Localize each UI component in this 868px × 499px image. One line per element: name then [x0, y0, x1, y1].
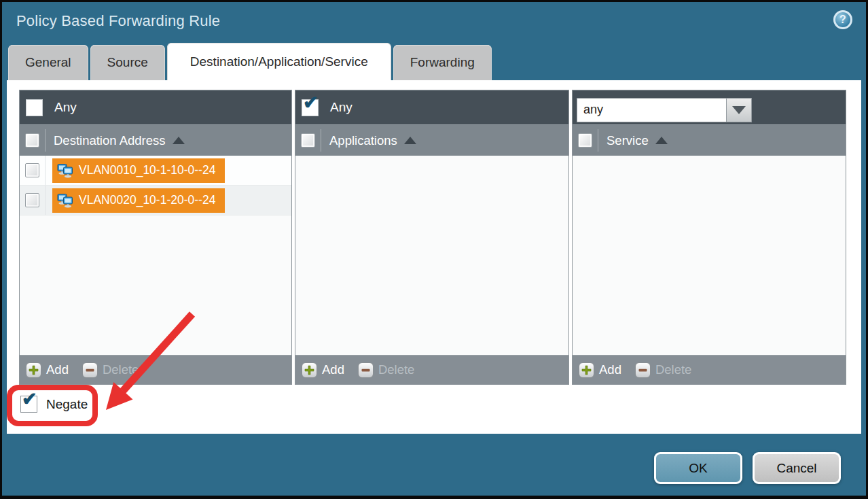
address-object-name: VLAN0020_10-1-20-0--24 — [79, 193, 215, 207]
service-dropdown-value[interactable]: any — [577, 98, 727, 122]
applications-column-header[interactable]: Applications — [329, 133, 416, 148]
plus-icon — [579, 362, 594, 378]
network-address-icon — [57, 193, 73, 208]
destination-select-all-checkbox[interactable] — [25, 133, 39, 148]
destination-any-checkbox[interactable] — [26, 99, 43, 116]
address-object[interactable]: VLAN0020_10-1-20-0--24 — [52, 188, 225, 213]
destination-footer: Add Delete — [20, 355, 291, 384]
row-checkbox[interactable] — [25, 163, 39, 177]
service-panel: any Service Add — [572, 90, 846, 385]
minus-icon — [358, 362, 374, 378]
minus-icon — [82, 362, 98, 378]
applications-any-bar: Any — [295, 90, 568, 124]
sort-ascending-icon — [404, 137, 416, 144]
plus-icon — [302, 362, 317, 378]
service-select-all-checkbox[interactable] — [578, 133, 592, 148]
delete-button[interactable]: Delete — [358, 362, 414, 378]
destination-list: VLAN0010_10-1-10-0--24 — [20, 156, 291, 355]
service-dropdown-button[interactable] — [727, 98, 752, 122]
header-separator — [45, 129, 46, 152]
destination-header-row: Destination Address — [20, 124, 291, 156]
sort-ascending-icon — [655, 137, 668, 144]
add-button[interactable]: Add — [302, 362, 344, 378]
service-any-bar: any — [573, 90, 846, 124]
address-object-name: VLAN0010_10-1-10-0--24 — [79, 163, 215, 177]
applications-footer: Add Delete — [295, 355, 568, 384]
applications-header-row: Applications — [295, 124, 568, 156]
service-header-row: Service — [573, 124, 846, 156]
address-object[interactable]: VLAN0010_10-1-10-0--24 — [52, 158, 225, 183]
help-icon[interactable]: ? — [833, 10, 852, 29]
destination-any-label: Any — [54, 100, 77, 115]
service-column-header[interactable]: Service — [607, 133, 668, 148]
service-footer: Add Delete — [573, 355, 846, 384]
add-button[interactable]: Add — [26, 362, 69, 378]
service-dropdown: any — [577, 98, 752, 122]
delete-button[interactable]: Delete — [635, 362, 691, 378]
applications-any-label: Any — [330, 100, 352, 115]
applications-panel: Any Applications Add Delete — [295, 90, 569, 385]
delete-button[interactable]: Delete — [82, 362, 139, 378]
tab-general[interactable]: General — [8, 45, 88, 80]
tab-destination-application-service[interactable]: Destination/Application/Service — [167, 43, 391, 80]
ok-button[interactable]: OK — [654, 452, 742, 484]
tab-bar: General Source Destination/Application/S… — [8, 43, 492, 80]
cancel-button[interactable]: Cancel — [753, 452, 841, 484]
add-button[interactable]: Add — [579, 362, 621, 378]
table-row: VLAN0010_10-1-10-0--24 — [20, 156, 291, 186]
negate-label: Negate — [46, 397, 88, 412]
negate-control: Negate — [20, 396, 88, 413]
policy-based-forwarding-dialog: Policy Based Forwarding Rule ? General S… — [0, 0, 868, 499]
destination-address-panel: Any Destination Address — [19, 90, 292, 385]
minus-icon — [635, 362, 651, 378]
table-row: VLAN0020_10-1-20-0--24 — [20, 186, 291, 216]
tab-source[interactable]: Source — [90, 45, 165, 80]
plus-icon — [26, 362, 41, 378]
dialog-title: Policy Based Forwarding Rule — [16, 12, 220, 30]
applications-any-checkbox[interactable] — [302, 99, 319, 116]
sort-ascending-icon — [173, 137, 185, 144]
negate-checkbox[interactable] — [20, 396, 37, 413]
applications-list — [295, 156, 568, 355]
row-checkbox[interactable] — [25, 193, 39, 207]
network-address-icon — [57, 163, 73, 178]
destination-any-bar: Any — [20, 90, 291, 124]
chevron-down-icon — [732, 106, 746, 114]
applications-select-all-checkbox[interactable] — [301, 133, 315, 148]
service-list — [573, 156, 846, 355]
destination-column-header[interactable]: Destination Address — [54, 133, 185, 148]
tab-forwarding[interactable]: Forwarding — [393, 45, 492, 80]
